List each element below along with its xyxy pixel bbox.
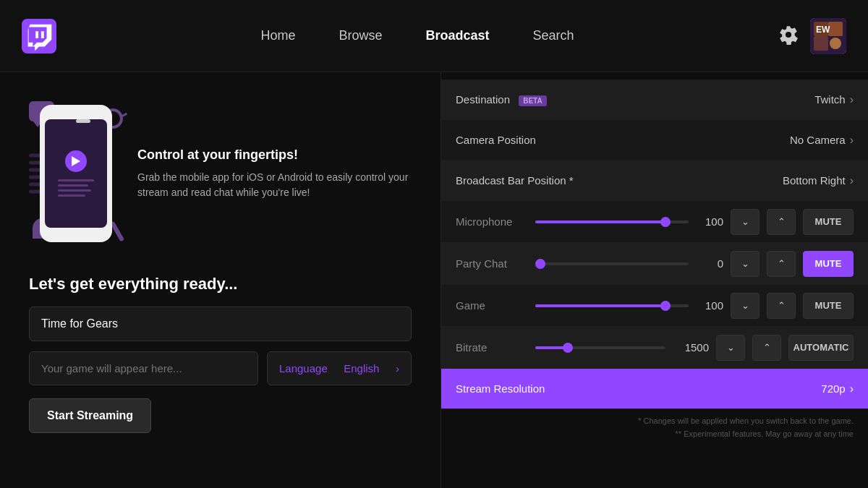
bitrate-thumb[interactable] [563,343,573,353]
footer-note-1: * Changes will be applied when you switc… [456,415,854,428]
nav-browse[interactable]: Browse [339,28,382,43]
microphone-up-button[interactable]: ⌃ [767,209,796,235]
avatar[interactable]: EW [810,18,846,54]
party-chat-down-button[interactable]: ⌄ [731,251,760,277]
left-panel: Control at your fingertips! Grab the mob… [0,72,441,488]
phone-mockup [29,94,123,253]
language-value: English [344,362,379,374]
party-chat-value: 0 [696,257,723,270]
party-chat-label: Party Chat [456,257,528,270]
destination-row[interactable]: Destination BETA Twitch › [441,80,868,120]
section-title: Let's get everything ready... [29,275,412,294]
start-streaming-button[interactable]: Start Streaming [29,398,151,433]
game-down-button[interactable]: ⌄ [731,293,760,319]
stream-resolution-chevron-icon: › [850,382,854,395]
svg-point-7 [830,38,841,49]
destination-value: Twitch [814,93,846,106]
stream-title-input[interactable] [29,307,412,341]
main-content: Control at your fingertips! Grab the mob… [0,72,868,488]
svg-marker-9 [72,156,80,166]
stream-resolution-row[interactable]: Stream Resolution 720p › [441,369,868,409]
bitrate-automatic-button[interactable]: AUTOMATIC [788,335,854,361]
microphone-down-button[interactable]: ⌄ [731,209,760,235]
svg-rect-6 [814,36,828,51]
party-chat-up-button[interactable]: ⌃ [767,251,796,277]
party-chat-mute-button[interactable]: MUTE [803,251,854,277]
game-fill [535,304,665,307]
game-value: 100 [696,299,723,312]
game-row: Game 100 ⌄ ⌃ MUTE [441,285,868,327]
logo[interactable] [22,19,56,53]
promo-body: Grab the mobile app for iOS or Android t… [137,170,412,200]
svg-rect-5 [828,22,843,36]
footer-note-2: ** Experimental features. May go away at… [456,428,854,441]
play-icon [65,150,87,172]
camera-label: Camera Position [456,134,790,146]
bitrate-label: Bitrate [456,341,528,354]
nav-search[interactable]: Search [533,28,574,43]
broadcast-bar-chevron-icon: › [850,174,854,187]
stream-resolution-value: 720p [821,382,845,395]
camera-row[interactable]: Camera Position No Camera › [441,120,868,160]
game-input[interactable] [29,351,258,385]
party-chat-thumb[interactable] [535,259,545,269]
microphone-mute-button[interactable]: MUTE [803,209,854,235]
nav-broadcast[interactable]: Broadcast [425,28,489,43]
party-chat-slider[interactable] [535,262,689,265]
bitrate-up-button[interactable]: ⌃ [752,335,781,361]
promo-section: Control at your fingertips! Grab the mob… [29,94,412,253]
navbar-right: EW [778,18,846,54]
phone-screen [45,119,107,228]
microphone-thumb[interactable] [660,217,671,227]
settings-icon[interactable] [778,25,799,47]
bottom-row: Language English › [29,351,412,385]
beta-badge: BETA [519,95,546,106]
chevron-right-icon: › [396,362,399,374]
bitrate-value: 1500 [673,341,709,354]
game-mute-button[interactable]: MUTE [803,293,854,319]
bitrate-down-button[interactable]: ⌄ [716,335,745,361]
microphone-row: Microphone 100 ⌄ ⌃ MUTE [441,201,868,243]
phone-body [40,105,112,242]
footer-notes: * Changes will be applied when you switc… [441,409,868,446]
nav-home[interactable]: Home [260,28,295,43]
game-up-button[interactable]: ⌃ [767,293,796,319]
camera-value: No Camera [790,134,846,146]
microphone-value: 100 [696,215,723,228]
right-panel: Destination BETA Twitch › Camera Positio… [441,72,868,488]
game-slider[interactable] [535,304,689,307]
broadcast-bar-row[interactable]: Broadcast Bar Position * Bottom Right › [441,160,868,201]
stream-resolution-label: Stream Resolution [456,382,821,395]
microphone-label: Microphone [456,215,528,228]
language-label: Language [279,362,328,374]
destination-label: Destination BETA [456,93,814,106]
game-thumb[interactable] [660,301,671,311]
game-label: Game [456,299,528,312]
destination-chevron-icon: › [850,93,854,106]
svg-rect-1 [41,31,44,38]
promo-heading: Control at your fingertips! [137,147,412,163]
party-chat-row: Party Chat 0 ⌄ ⌃ MUTE [441,243,868,285]
microphone-fill [535,221,665,223]
main-nav: Home Browse Broadcast Search [260,28,574,43]
bitrate-slider[interactable] [535,346,665,349]
bitrate-row: Bitrate 1500 ⌄ ⌃ AUTOMATIC [441,327,868,369]
camera-chevron-icon: › [850,134,854,147]
broadcast-bar-value: Bottom Right [783,174,846,187]
navbar: Home Browse Broadcast Search EW [0,0,868,72]
svg-text:EW: EW [816,25,830,35]
broadcast-bar-label: Broadcast Bar Position * [456,174,783,187]
language-select[interactable]: Language English › [267,351,412,385]
promo-text: Control at your fingertips! Grab the mob… [137,147,412,200]
phone-lines [58,179,94,197]
svg-rect-2 [35,31,38,38]
phone-notch [76,119,90,123]
microphone-slider[interactable] [535,221,689,223]
